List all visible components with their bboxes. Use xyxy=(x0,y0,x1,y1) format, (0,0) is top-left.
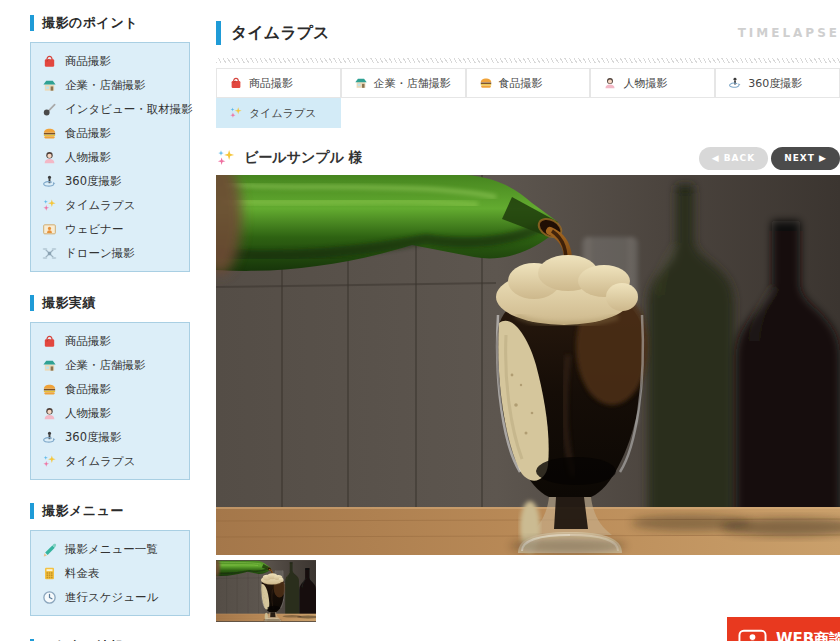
main-content: タイムラプス TIMELAPSE 商品撮影 企業・店舗撮影 食品撮影 人物撮影 … xyxy=(216,0,840,622)
price-table-icon xyxy=(42,566,57,581)
tab-label: 企業・店舗撮影 xyxy=(374,76,451,91)
item-label: ドローン撮影 xyxy=(65,246,135,261)
person-icon xyxy=(603,76,617,90)
sidebar-box-works: 商品撮影 企業・店舗撮影 食品撮影 人物撮影 360度撮影 タイムラプス xyxy=(30,322,190,480)
accent-bar xyxy=(216,21,221,45)
next-button[interactable]: NEXT ▶ xyxy=(771,147,840,170)
section-title-label: 撮影のポイント xyxy=(42,14,138,32)
tab-label: タイムラプス xyxy=(249,106,317,121)
item-label: 撮影メニュー一覧 xyxy=(65,542,158,557)
item-label: 360度撮影 xyxy=(65,430,121,445)
item-label: タイムラプス xyxy=(65,454,136,469)
shop-icon xyxy=(354,76,368,90)
schedule-icon xyxy=(42,590,57,605)
beer-pour-photo xyxy=(216,175,840,555)
tab-360-photography[interactable]: 360度撮影 xyxy=(715,68,840,98)
sidebar-item-food-photography[interactable]: 食品撮影 xyxy=(31,121,189,145)
sidebar-item-price-table[interactable]: 料金表 xyxy=(31,561,189,585)
beer-pour-thumbnail xyxy=(216,560,316,622)
sidebar-item-works-portrait[interactable]: 人物撮影 xyxy=(31,401,189,425)
sidebar-item-product-photography[interactable]: 商品撮影 xyxy=(31,49,189,73)
page-title: タイムラプス xyxy=(231,23,329,44)
microphone-icon xyxy=(42,102,57,117)
gallery-caption: ビールサンプル 様 xyxy=(244,149,363,167)
sparkles-icon xyxy=(42,454,57,469)
bag-icon xyxy=(42,334,57,349)
item-label: ウェビナー xyxy=(65,222,124,237)
tab-food-photography[interactable]: 食品撮影 xyxy=(466,68,591,98)
page-subtitle: TIMELAPSE xyxy=(738,26,840,40)
item-label: 商品撮影 xyxy=(65,334,111,349)
shop-icon xyxy=(42,358,57,373)
page-header: タイムラプス TIMELAPSE xyxy=(216,20,840,46)
accent-bar xyxy=(30,503,34,519)
bag-icon xyxy=(229,76,243,90)
gallery-nav: ◀ BACK NEXT ▶ xyxy=(699,147,840,170)
item-label: 料金表 xyxy=(65,566,100,581)
item-label: 進行スケジュール xyxy=(65,590,158,605)
back-button[interactable]: ◀ BACK xyxy=(699,147,768,170)
sidebar-item-schedule[interactable]: 進行スケジュール xyxy=(31,585,189,609)
tab-label: 人物撮影 xyxy=(623,76,667,91)
gallery-caption-row: ビールサンプル 様 ◀ BACK NEXT ▶ xyxy=(216,145,840,171)
burger-icon xyxy=(479,76,493,90)
item-label: 360度撮影 xyxy=(65,174,121,189)
item-label: 商品撮影 xyxy=(65,54,111,69)
item-label: インタビュー・取材撮影 xyxy=(65,102,193,117)
cta-label: WEB商談 xyxy=(776,630,840,641)
sidebar-section-title-works: 撮影実績 xyxy=(30,294,190,312)
sidebar-item-corporate-store-photography[interactable]: 企業・店舗撮影 xyxy=(31,73,189,97)
accent-bar xyxy=(30,15,34,31)
sidebar-item-timelapse[interactable]: タイムラプス xyxy=(31,193,189,217)
person-icon xyxy=(42,406,57,421)
tab-label: 食品撮影 xyxy=(499,76,543,91)
tab-product-photography[interactable]: 商品撮影 xyxy=(216,68,341,98)
gallery-thumbnail[interactable] xyxy=(216,560,316,622)
sidebar-section-title-menu: 撮影メニュー xyxy=(30,502,190,520)
sidebar-item-works-food[interactable]: 食品撮影 xyxy=(31,377,189,401)
sidebar-item-menu-list[interactable]: 撮影メニュー一覧 xyxy=(31,537,189,561)
sidebar-item-360-photography[interactable]: 360度撮影 xyxy=(31,169,189,193)
item-label: 企業・店舗撮影 xyxy=(65,358,146,373)
item-label: タイムラプス xyxy=(65,198,136,213)
sidebar-item-drone-photography[interactable]: ドローン撮影 xyxy=(31,241,189,265)
shop-icon xyxy=(42,78,57,93)
tab-portrait-photography[interactable]: 人物撮影 xyxy=(590,68,715,98)
category-tabs: 商品撮影 企業・店舗撮影 食品撮影 人物撮影 360度撮影 タイムラプス xyxy=(216,68,840,128)
accent-bar xyxy=(30,295,34,311)
pencil-icon xyxy=(42,542,57,557)
sidebar-item-webinar[interactable]: ウェビナー xyxy=(31,217,189,241)
rotate-360-icon xyxy=(42,174,57,189)
web-meeting-button[interactable]: WEB商談 xyxy=(727,617,840,641)
sparkles-icon xyxy=(216,148,236,168)
sparkles-icon xyxy=(42,198,57,213)
person-icon xyxy=(42,150,57,165)
item-label: 人物撮影 xyxy=(65,406,111,421)
item-label: 食品撮影 xyxy=(65,126,111,141)
sidebar-item-works-product[interactable]: 商品撮影 xyxy=(31,329,189,353)
tab-label: 360度撮影 xyxy=(748,76,802,91)
rotate-360-icon xyxy=(728,76,742,90)
sidebar-item-portrait-photography[interactable]: 人物撮影 xyxy=(31,145,189,169)
webinar-icon xyxy=(42,222,57,237)
gallery-main-image xyxy=(216,175,840,555)
tab-label: 商品撮影 xyxy=(249,76,293,91)
sidebar-item-works-360[interactable]: 360度撮影 xyxy=(31,425,189,449)
burger-icon xyxy=(42,382,57,397)
sidebar-item-works-timelapse[interactable]: タイムラプス xyxy=(31,449,189,473)
item-label: 企業・店舗撮影 xyxy=(65,78,146,93)
rotate-360-icon xyxy=(42,430,57,445)
sidebar-item-works-corporate-store[interactable]: 企業・店舗撮影 xyxy=(31,353,189,377)
section-title-label: 撮影メニュー xyxy=(42,502,124,520)
tab-corporate-store-photography[interactable]: 企業・店舗撮影 xyxy=(341,68,466,98)
drone-icon xyxy=(42,246,57,261)
sparkles-icon xyxy=(229,106,243,120)
hatched-divider xyxy=(216,58,840,63)
sidebar-box-menu: 撮影メニュー一覧 料金表 進行スケジュール xyxy=(30,530,190,616)
item-label: 食品撮影 xyxy=(65,382,111,397)
section-title-label: 撮影実績 xyxy=(42,294,96,312)
item-label: 人物撮影 xyxy=(65,150,111,165)
tab-timelapse[interactable]: タイムラプス xyxy=(216,98,341,128)
sidebar-item-interview-photography[interactable]: インタビュー・取材撮影 xyxy=(31,97,189,121)
bag-icon xyxy=(42,54,57,69)
